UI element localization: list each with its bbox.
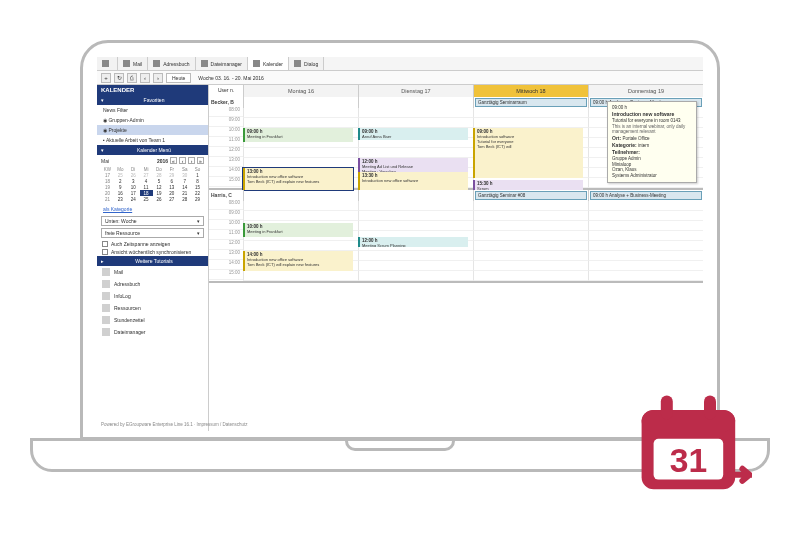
time-slot[interactable]: [358, 201, 473, 211]
time-slot[interactable]: [473, 271, 588, 281]
tab-calendar[interactable]: Kalender: [248, 57, 289, 70]
next-button[interactable]: ›: [153, 73, 163, 83]
calendar-event[interactable]: 10:00 hMeeting in Frankfurt: [243, 223, 353, 237]
time-slot[interactable]: [243, 201, 358, 211]
chk-timespan[interactable]: Auch Zeitspanne anzeigen: [97, 240, 208, 248]
calendar-event[interactable]: 12:00 hMeeting Scrum Planning: [358, 237, 468, 247]
calendar-event[interactable]: 14:00 hIntroduction new office softwareT…: [243, 251, 353, 271]
mc-day[interactable]: 29: [191, 196, 204, 202]
day-header-thu[interactable]: Donnerstag 19: [588, 85, 703, 97]
time-slot[interactable]: [358, 108, 473, 118]
time-slot[interactable]: [588, 251, 703, 261]
time-slot[interactable]: [358, 118, 473, 128]
time-slot[interactable]: [473, 231, 588, 241]
mc-prev-year[interactable]: «: [170, 157, 177, 164]
time-slot[interactable]: [243, 118, 358, 128]
fav-item-0[interactable]: News Filter: [97, 105, 208, 115]
time-slot[interactable]: [358, 271, 473, 281]
time-slot[interactable]: [473, 251, 588, 261]
time-slot[interactable]: [588, 221, 703, 231]
mc-next-month[interactable]: ›: [188, 157, 195, 164]
section-favorites[interactable]: ▾Favoriten: [97, 95, 208, 105]
calendar-icon: [253, 60, 260, 67]
section-calendar-menu[interactable]: ▾Kalender Menü: [97, 145, 208, 155]
tab-mail[interactable]: Mail: [118, 57, 148, 70]
combo-resource[interactable]: freie Ressource▾: [101, 228, 204, 238]
combo-view[interactable]: Unten: Woche▾: [101, 216, 204, 226]
mc-day[interactable]: 26: [153, 196, 166, 202]
time-slot[interactable]: [473, 108, 588, 118]
time-slot[interactable]: [588, 271, 703, 281]
chevron-down-icon: ▾: [197, 230, 200, 236]
time-slot[interactable]: [473, 241, 588, 251]
time-slot[interactable]: [473, 261, 588, 271]
day-header-mon[interactable]: Montag 16: [243, 85, 358, 97]
mc-day[interactable]: 25: [140, 196, 153, 202]
mc-day[interactable]: 21: [101, 196, 114, 202]
mc-day[interactable]: 28: [178, 196, 191, 202]
allday-event[interactable]: 09:00 h Analyse + Business-Meeting: [590, 191, 702, 200]
tab-addressbook[interactable]: Adressbuch: [148, 57, 195, 70]
tooltip-location: Portale Office: [622, 136, 649, 141]
time-slot[interactable]: [473, 221, 588, 231]
fav-item-2[interactable]: ◉ Projekte: [97, 125, 208, 135]
res-icon: [102, 304, 110, 312]
refresh-button[interactable]: ↻: [114, 73, 124, 83]
tool-mail[interactable]: Mail: [97, 266, 208, 278]
tooltip-category: intern: [638, 143, 649, 148]
time-slot[interactable]: [243, 158, 358, 168]
calendar-event[interactable]: 09:00 hAnruf Anna Baer: [358, 128, 468, 140]
time-slot[interactable]: [358, 148, 473, 158]
time-slot[interactable]: [243, 211, 358, 221]
day-header-tue[interactable]: Dienstag 17: [358, 85, 473, 97]
calendar-event[interactable]: 09:00 hMeeting in Frankfurt: [243, 128, 353, 142]
time-slot[interactable]: [358, 251, 473, 261]
time-slot[interactable]: [243, 148, 358, 158]
mc-day[interactable]: 23: [114, 196, 127, 202]
tool-link[interactable]: InfoLog: [97, 290, 208, 302]
chk-sync[interactable]: Ansicht wöchentlich synchronisieren: [97, 248, 208, 256]
time-slot[interactable]: [243, 108, 358, 118]
time-slot[interactable]: [473, 211, 588, 221]
tool-res[interactable]: Ressourcen: [97, 302, 208, 314]
time-slot[interactable]: [473, 201, 588, 211]
fav-item-3[interactable]: ▪ Aktuelle Arbeit von Team 1: [97, 135, 208, 145]
mc-day[interactable]: 27: [165, 196, 178, 202]
tool-file[interactable]: Dateimanager: [97, 326, 208, 338]
tab-dialog[interactable]: Dialog: [289, 57, 324, 70]
mc-grid[interactable]: KWMoDiMiDoFrSaSo172526272829301182345678…: [101, 166, 204, 202]
section-tools[interactable]: ▸Weitere Tutorials: [97, 256, 208, 266]
time-slot[interactable]: [473, 118, 588, 128]
time-slot[interactable]: [588, 261, 703, 271]
mc-next-year[interactable]: »: [197, 157, 204, 164]
allday-event[interactable]: Ganztägig Seminar #08: [475, 191, 587, 200]
calendar-event[interactable]: 13:30 hIntroduction new office software: [358, 172, 468, 190]
today-button[interactable]: Heute: [166, 73, 191, 83]
time-slot[interactable]: [588, 231, 703, 241]
mc-prev-month[interactable]: ‹: [179, 157, 186, 164]
print-button[interactable]: ⎙: [127, 73, 137, 83]
allday-event[interactable]: Ganztägig Seminarraum: [475, 98, 587, 107]
time-slot[interactable]: [243, 241, 358, 251]
tab-home[interactable]: [97, 57, 118, 70]
mc-day[interactable]: 24: [127, 196, 140, 202]
time-slot[interactable]: [588, 211, 703, 221]
time-slot[interactable]: [588, 241, 703, 251]
add-button[interactable]: +: [101, 73, 111, 83]
time-slot[interactable]: [243, 271, 358, 281]
time-slot[interactable]: [358, 211, 473, 221]
legend-link[interactable]: als Kategorie: [97, 204, 208, 214]
prev-button[interactable]: ‹: [140, 73, 150, 83]
calendar-event[interactable]: 15:30 hScrum: [473, 180, 583, 190]
tool-time[interactable]: Stundenzettel: [97, 314, 208, 326]
time-slot[interactable]: [358, 261, 473, 271]
calendar-event[interactable]: 09:00 hIntroduction softwareTutorial for…: [473, 128, 583, 178]
tool-book[interactable]: Adressbuch: [97, 278, 208, 290]
day-header-wed[interactable]: Mittwoch 18: [473, 85, 588, 97]
calendar-event[interactable]: 13:00 hIntroduction new office softwareT…: [243, 168, 353, 190]
tool-list: MailAdressbuchInfoLogRessourcenStundenze…: [97, 266, 208, 338]
tab-filemanager[interactable]: Dateimanager: [196, 57, 248, 70]
fav-item-1[interactable]: ◉ Gruppen-Admin: [97, 115, 208, 125]
time-slot[interactable]: [358, 221, 473, 231]
time-slot[interactable]: [588, 201, 703, 211]
